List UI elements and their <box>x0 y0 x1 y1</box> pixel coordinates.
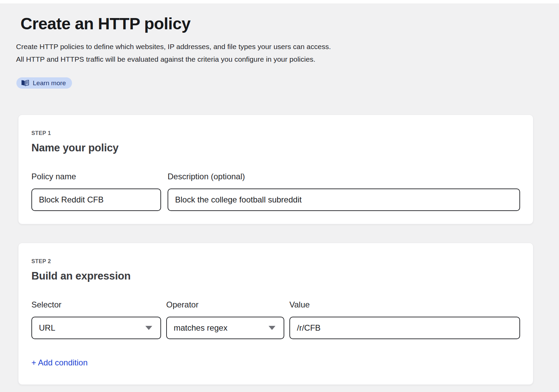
selector-dropdown[interactable]: URL <box>31 317 161 339</box>
page-title: Create an HTTP policy <box>20 14 559 33</box>
step-1-fields: Policy name Description (optional) <box>31 172 520 211</box>
page-description-line1: Create HTTP policies to define which web… <box>16 40 559 53</box>
step-2-fields: Selector URL Operator matches regex Valu… <box>31 300 520 339</box>
create-http-policy-page: Create an HTTP policy Create HTTP polici… <box>0 14 559 385</box>
description-input[interactable] <box>168 189 520 211</box>
learn-more-button[interactable]: Learn more <box>16 77 72 89</box>
value-input[interactable] <box>289 317 520 339</box>
policy-name-label: Policy name <box>31 172 161 181</box>
selector-value: URL <box>39 323 55 333</box>
step-1-label: STEP 1 <box>31 130 520 136</box>
step-2-card: STEP 2 Build an expression Selector URL … <box>18 243 533 385</box>
chevron-down-icon <box>269 326 275 330</box>
book-icon <box>21 80 29 86</box>
add-condition-link[interactable]: + Add condition <box>31 358 88 367</box>
top-strip <box>0 0 559 3</box>
operator-value: matches regex <box>174 323 227 333</box>
description-label: Description (optional) <box>168 172 520 181</box>
operator-field: Operator matches regex <box>166 300 284 339</box>
step-1-heading: Name your policy <box>31 141 520 154</box>
operator-label: Operator <box>166 300 284 310</box>
description-field: Description (optional) <box>168 172 520 211</box>
value-label: Value <box>289 300 520 310</box>
step-2-label: STEP 2 <box>31 258 520 265</box>
policy-name-input[interactable] <box>31 189 161 211</box>
selector-label: Selector <box>31 300 161 310</box>
policy-name-field: Policy name <box>31 172 161 211</box>
operator-dropdown[interactable]: matches regex <box>166 317 284 339</box>
selector-field: Selector URL <box>31 300 161 339</box>
chevron-down-icon <box>145 326 152 330</box>
step-1-card: STEP 1 Name your policy Policy name Desc… <box>18 115 533 224</box>
step-2-heading: Build an expression <box>31 270 520 282</box>
page-description-line2: All HTTP and HTTPS traffic will be evalu… <box>16 53 559 65</box>
value-field: Value <box>289 300 520 339</box>
learn-more-label: Learn more <box>33 79 66 87</box>
